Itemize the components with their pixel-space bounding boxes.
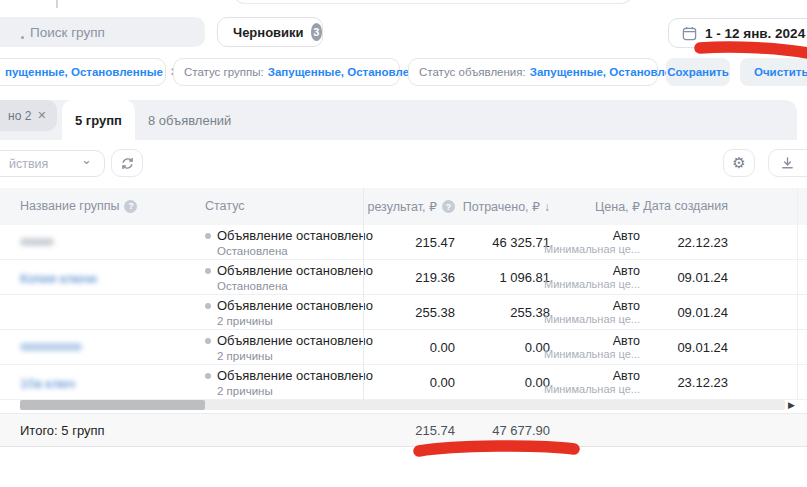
status-cell: Объявление остановлено 2 причины [205,298,373,327]
search-placeholder: Поиск групп [30,25,105,40]
tab-groups[interactable]: 5 групп [62,100,135,140]
actions-select[interactable]: йствия ⌄ [0,150,105,177]
redacted-name [20,238,54,246]
status-cell: Объявление остановлено Остановлена [205,263,373,292]
group-name-link[interactable]: Копия ключи [20,271,97,286]
totals-label: Итого: 5 групп [20,423,105,438]
created-date: 09.01.24 [677,305,728,320]
tab-selection-chip[interactable]: но 2 ✕ [0,100,57,131]
header-scroll-viewport: на за результат, ₽ ? Потрачено, ₽ ↓ Цена… [363,188,807,225]
status-dot-icon [205,303,211,309]
column-divider [797,188,798,400]
chevron-down-icon: ⌄ [81,152,92,167]
scroll-right-arrow-icon[interactable]: ▶ [788,400,795,410]
help-icon[interactable]: ? [124,200,137,213]
created-date: 09.01.24 [677,340,728,355]
scrollbar-thumb[interactable] [20,400,205,410]
table-row[interactable]: Объявление остановлено 2 причины 255.38 … [0,295,807,330]
date-range-label: 1 - 12 янв. 2024 [705,26,805,41]
group-name-cell[interactable] [20,339,82,351]
settings-button[interactable]: ⚙ [723,149,755,177]
price-cell: Авто Минимальная це... [544,264,640,290]
status-subtext: 2 причины [217,315,373,327]
price-mode: Авто [544,229,640,243]
group-name-cell[interactable]: 10а ключ [20,374,75,392]
table-row[interactable]: Копия ключи Объявление остановлено Остан… [0,260,807,295]
status-dot-icon [205,338,211,344]
horizontal-scrollbar: ▶ [0,399,807,412]
status-cell: Объявление остановлено 2 причины [205,333,373,362]
price-mode: Авто [544,299,640,313]
table-body: Объявление остановлено Остановлена 215.4… [0,225,807,400]
status-dot-icon [205,268,211,274]
table-toolbar: йствия ⌄ ⚙ [0,140,807,188]
price-strategy: Минимальная це... [544,278,640,290]
cost-per-result-value: 255.38 [415,305,455,320]
close-icon[interactable]: ✕ [37,109,46,122]
refresh-button[interactable] [111,149,143,177]
status-dot-icon [205,233,211,239]
column-divider [363,188,364,400]
price-cell: Авто Минимальная це... [544,369,640,395]
date-range-picker[interactable]: 1 - 12 янв. 2024 [668,18,807,48]
export-button[interactable] [768,149,807,177]
price-mode: Авто [544,369,640,383]
group-name-cell[interactable] [20,234,54,246]
cropped-element-fragment [56,0,58,8]
drafts-button[interactable]: Черновики 3 [217,17,323,47]
cost-per-result-value: 219.36 [415,270,455,285]
refresh-icon [120,156,135,171]
filter-chip-ad-status[interactable]: Статус объявления: Запущенные, Остановле… [408,58,658,86]
price-cell: Авто Минимальная це... [544,229,640,255]
table-header: Название группы ? Статус на за результат… [0,188,807,225]
red-marker-date [700,47,807,54]
status-text: Объявление остановлено [217,298,373,313]
redacted-name [20,343,82,351]
filter-chip-status[interactable]: пущенные, Остановленные ✕ [0,58,166,86]
price-strategy: Минимальная це... [544,243,640,255]
totals-row: Итого: 5 групп 215.74 47 677.90 [0,413,807,447]
price-mode: Авто [544,264,640,278]
clear-filters-button[interactable]: Очистить [740,58,807,86]
row-scroll-viewport: 219.36 1 096.81 Авто Минимальная це... 0… [363,260,807,294]
table-row[interactable]: 10а ключ Объявление остановлено 2 причин… [0,365,807,400]
spent-value: 1 096.81 [499,270,550,285]
total-cost-per-result: 215.74 [415,423,455,438]
row-scroll-viewport: 0.00 0.00 Авто Минимальная це... 09.01.2… [363,330,807,364]
tab-ads[interactable]: 8 объявлений [148,100,231,140]
search-input[interactable]: Поиск групп [0,17,205,47]
cost-per-result-value: 0.00 [430,375,455,390]
group-name-link[interactable]: 10а ключ [20,376,75,391]
row-scroll-viewport: 0.00 0.00 Авто Минимальная це... 23.12.2… [363,365,807,399]
sort-desc-icon: ↓ [544,200,550,214]
table-row[interactable]: Объявление остановлено Остановлена 215.4… [0,225,807,260]
footer-scroll-viewport: 215.74 47 677.90 [363,414,807,448]
drafts-count-badge: 3 [311,23,322,41]
status-text: Объявление остановлено [217,228,373,243]
row-scroll-viewport: 255.38 255.38 Авто Минимальная це... 09.… [363,295,807,329]
column-header-spent[interactable]: Потрачено, ₽ ↓ [463,199,550,214]
help-icon[interactable]: ? [442,200,455,213]
status-text: Объявление остановлено [217,263,373,278]
save-filters-button[interactable]: Сохранить [666,58,730,86]
column-header-name[interactable]: Название группы ? [20,199,137,213]
column-header-cost-per-result[interactable]: на за результат, ₽ ? [363,199,455,214]
spent-value: 46 325.71 [492,235,550,250]
status-subtext: Остановлена [217,280,373,292]
status-subtext: 2 причины [217,385,373,397]
column-header-status[interactable]: Статус [205,199,245,213]
calendar-icon [682,26,697,41]
created-date: 23.12.23 [677,375,728,390]
scrollbar-track[interactable] [20,400,785,410]
column-header-price[interactable]: Цена, ₽ [595,199,640,214]
status-text: Объявление остановлено [217,333,373,348]
column-header-created[interactable]: Дата создания [643,199,728,213]
total-spent: 47 677.90 [492,423,550,438]
price-strategy: Минимальная це... [544,348,640,360]
filter-chip-group-status[interactable]: Статус группы: Запущенные, Остановленные… [173,58,400,86]
tab-strip: но 2 ✕ 5 групп 8 объявлений [0,100,797,140]
group-name-cell[interactable]: Копия ключи [20,269,97,287]
table-row[interactable]: Объявление остановлено 2 причины 0.00 0.… [0,330,807,365]
cropped-element-fragment [233,0,633,4]
ads-manager-screen: Поиск групп Черновики 3 1 - 12 янв. 2024… [0,0,807,487]
